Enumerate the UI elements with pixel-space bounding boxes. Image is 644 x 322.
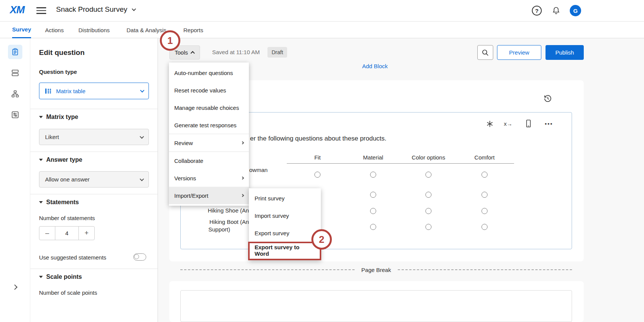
- search-button[interactable]: [477, 45, 493, 60]
- add-block-link[interactable]: Add Block: [362, 63, 388, 69]
- menu-item-auto-number[interactable]: Auto-number questions: [169, 64, 249, 81]
- menu-item-reset-recode[interactable]: Reset recode values: [169, 81, 249, 99]
- help-button[interactable]: ?: [532, 6, 542, 16]
- block-history-icon[interactable]: [543, 94, 553, 105]
- increment-button[interactable]: +: [78, 226, 95, 240]
- radio-button[interactable]: [314, 172, 320, 178]
- tab-distributions[interactable]: Distributions: [78, 22, 110, 38]
- radio-button[interactable]: [370, 208, 376, 214]
- scale-points-label: Scale points: [46, 274, 82, 280]
- avatar[interactable]: G: [570, 5, 581, 16]
- radio-button[interactable]: [425, 172, 431, 178]
- sidebar-item-survey-builder[interactable]: [8, 45, 22, 59]
- menu-item-reusable-choices[interactable]: Manage reusable choices: [169, 99, 249, 116]
- answer-type-select[interactable]: Allow one answer: [39, 171, 149, 188]
- menu-item-collaborate[interactable]: Collaborate: [169, 152, 249, 169]
- use-suggested-toggle[interactable]: [133, 253, 146, 261]
- survey-title-dropdown[interactable]: Snack Product Survey: [56, 5, 135, 14]
- menu-item-import-survey[interactable]: Import survey: [249, 207, 321, 224]
- tab-survey[interactable]: Survey: [12, 22, 31, 38]
- mobile-preview-button[interactable]: [524, 119, 533, 129]
- preview-button[interactable]: Preview: [497, 45, 541, 60]
- radio-button[interactable]: [425, 192, 431, 198]
- scale-points-count-label: Number of scale points: [39, 289, 97, 296]
- tab-actions[interactable]: Actions: [45, 22, 64, 38]
- radio-button[interactable]: [481, 192, 488, 198]
- sidebar-item-survey-flow[interactable]: [11, 90, 19, 98]
- more-options-button[interactable]: •••: [545, 120, 553, 127]
- hamburger-bar: [36, 7, 46, 8]
- radio-button[interactable]: [481, 208, 488, 214]
- menu-item-import-export[interactable]: Import/Export: [169, 187, 249, 204]
- menu-item-versions[interactable]: Versions: [169, 169, 249, 187]
- radio-button[interactable]: [370, 192, 376, 198]
- panel-title: Edit question: [39, 48, 84, 57]
- hamburger-bar: [36, 13, 46, 14]
- chevron-up-icon: [191, 51, 195, 55]
- statements-section-header[interactable]: Statements: [39, 199, 79, 206]
- notifications-button[interactable]: [552, 6, 561, 15]
- radio-button[interactable]: [425, 208, 431, 214]
- publish-button[interactable]: Publish: [546, 45, 584, 60]
- tab-data-analysis[interactable]: Data & Analysis: [127, 22, 166, 38]
- menu-item-label: Print survey: [255, 195, 284, 202]
- menu-item-label: Reset recode values: [174, 87, 226, 94]
- answer-type-section-header[interactable]: Answer type: [39, 156, 82, 163]
- options-icon: [11, 111, 19, 119]
- tab-reports[interactable]: Reports: [183, 22, 203, 38]
- radio-button[interactable]: [481, 224, 488, 230]
- menu-item-export-survey-to-word[interactable]: Export survey to Word: [249, 242, 321, 259]
- matrix-column-header[interactable]: Material: [363, 154, 383, 161]
- radio-button[interactable]: [370, 172, 376, 178]
- page-break: Page Break: [180, 266, 572, 274]
- chevron-down-icon: [140, 134, 144, 138]
- question-type-label: Question type: [39, 69, 77, 75]
- hamburger-menu-icon[interactable]: [36, 7, 46, 15]
- import-export-submenu: Print survey Import survey Export survey…: [249, 188, 321, 260]
- matrix-column-header[interactable]: Comfort: [474, 154, 494, 161]
- next-question-card[interactable]: [180, 290, 572, 322]
- menu-item-test-responses[interactable]: Generate test responses: [169, 116, 249, 134]
- caret-down-icon: [39, 116, 43, 118]
- statements-count-stepper: – 4 +: [39, 226, 95, 240]
- radio-button[interactable]: [425, 224, 431, 230]
- caret-down-icon: [39, 201, 43, 203]
- menu-item-label: Generate test responses: [174, 122, 236, 128]
- matrix-row-label[interactable]: owman: [249, 167, 267, 173]
- chevron-down-icon: [140, 88, 144, 92]
- tools-button[interactable]: Tools: [169, 45, 200, 59]
- page-break-label: Page Break: [361, 267, 391, 273]
- expand-rail-button[interactable]: [13, 284, 17, 291]
- scale-points-section-header[interactable]: Scale points: [39, 274, 82, 280]
- matrix-column-header[interactable]: Fit: [314, 154, 321, 161]
- question-type-dropdown[interactable]: Matrix table: [39, 83, 149, 99]
- matrix-type-section-header[interactable]: Matrix type: [39, 114, 78, 120]
- phone-icon: [524, 119, 533, 128]
- matrix-type-select[interactable]: Likert: [39, 129, 149, 145]
- sparkle-button[interactable]: [486, 120, 494, 129]
- edit-question-panel: Edit question Question type Matrix table…: [30, 38, 158, 322]
- question-text[interactable]: er the following questions about these p…: [250, 135, 386, 142]
- question-type-value: Matrix table: [56, 88, 86, 94]
- saved-status: Saved at 11:10 AM: [212, 49, 260, 55]
- decrement-button[interactable]: –: [39, 226, 55, 240]
- matrix-column-header[interactable]: Color options: [412, 154, 445, 161]
- answer-type-label: Answer type: [46, 156, 82, 163]
- menu-item-export-survey[interactable]: Export survey: [249, 224, 321, 242]
- carry-forward-button[interactable]: x→: [504, 120, 513, 127]
- menu-item-print-survey[interactable]: Print survey: [249, 189, 321, 207]
- radio-button[interactable]: [370, 224, 376, 230]
- menu-item-label: Import survey: [255, 213, 289, 219]
- app-window: XM Snack Product Survey ? G Survey Actio…: [0, 0, 644, 322]
- chevron-down-icon: [140, 177, 144, 181]
- survey-title: Snack Product Survey: [56, 5, 127, 14]
- menu-item-label: Versions: [174, 175, 196, 181]
- menu-item-review[interactable]: Review: [169, 134, 249, 152]
- statements-count-value[interactable]: 4: [55, 226, 79, 240]
- sidebar-item-blocks[interactable]: [11, 69, 19, 77]
- matrix-row-label[interactable]: Hiking Shoe (An: [208, 207, 249, 214]
- radio-button[interactable]: [481, 172, 488, 178]
- matrix-row-label[interactable]: Hiking Boot (An: [209, 219, 249, 225]
- sidebar-item-survey-options[interactable]: [11, 111, 19, 119]
- matrix-row-label[interactable]: Support): [208, 226, 230, 233]
